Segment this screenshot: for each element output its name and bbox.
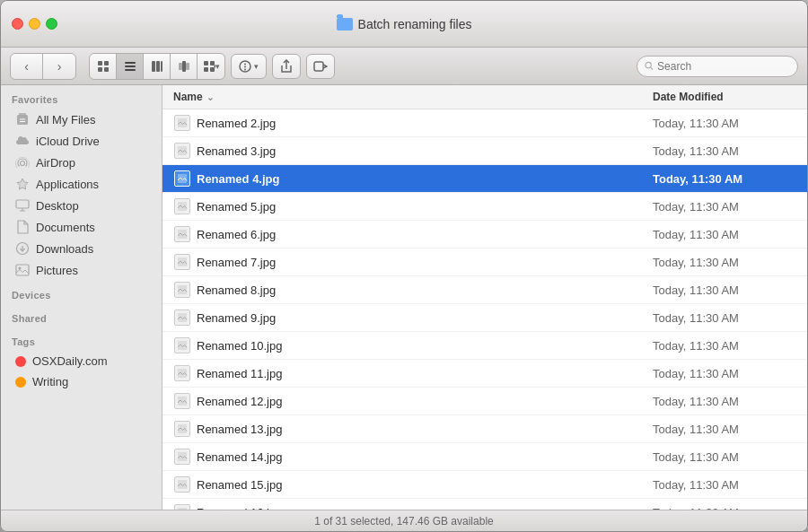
icon-view-button[interactable] xyxy=(90,54,117,79)
sidebar-item-downloads-label: Downloads xyxy=(36,242,93,256)
file-name: Renamed 4.jpg xyxy=(197,172,653,186)
tag-red-dot xyxy=(15,356,26,367)
table-row[interactable]: Renamed 5.jpgToday, 11:30 AM xyxy=(162,193,807,221)
search-input[interactable] xyxy=(657,60,790,73)
file-name: Renamed 13.jpg xyxy=(197,423,653,436)
jpg-thumbnail xyxy=(174,476,190,493)
file-icon xyxy=(173,281,191,299)
sidebar-item-tag-writing[interactable]: Writing xyxy=(4,371,158,392)
file-name: Renamed 3.jpg xyxy=(197,144,653,158)
view-buttons: ▾ xyxy=(89,53,225,80)
svg-point-27 xyxy=(21,161,25,166)
table-row[interactable]: Renamed 13.jpgToday, 11:30 AM xyxy=(162,415,807,443)
file-list-container: Name ⌄ Date Modified Renamed 2.jpgToday,… xyxy=(162,85,807,510)
search-bar[interactable] xyxy=(637,56,798,77)
svg-rect-1 xyxy=(104,61,109,65)
svg-rect-26 xyxy=(19,113,26,117)
status-bar: 1 of 31 selected, 147.46 GB available xyxy=(1,510,807,531)
jpg-thumbnail xyxy=(174,449,190,465)
sidebar-item-downloads[interactable]: Downloads xyxy=(4,238,158,259)
svg-rect-16 xyxy=(210,67,215,72)
svg-rect-6 xyxy=(125,69,136,71)
file-icon xyxy=(173,114,191,132)
status-text: 1 of 31 selected, 147.46 GB available xyxy=(314,515,493,528)
file-icon xyxy=(173,225,191,243)
sidebar-item-documents[interactable]: Documents xyxy=(4,216,158,238)
table-row[interactable]: Renamed 7.jpgToday, 11:30 AM xyxy=(162,249,807,276)
file-icon xyxy=(173,420,191,438)
label-button[interactable] xyxy=(306,54,335,79)
sidebar-item-tag-osxdaily[interactable]: OSXDaily.com xyxy=(4,351,158,371)
column-view-button[interactable] xyxy=(144,54,171,79)
close-button[interactable] xyxy=(12,18,23,30)
table-row[interactable]: Renamed 15.jpgToday, 11:30 AM xyxy=(162,471,807,499)
arrange-view-button[interactable]: ▾ xyxy=(198,54,224,79)
action-button[interactable]: ▾ xyxy=(231,54,267,79)
file-name: Renamed 5.jpg xyxy=(197,200,653,214)
table-row[interactable]: Renamed 8.jpgToday, 11:30 AM xyxy=(162,276,807,304)
sidebar-item-icloud-drive-label: iCloud Drive xyxy=(36,135,100,148)
shared-header: Shared xyxy=(1,304,162,327)
column-name-header[interactable]: Name ⌄ xyxy=(173,91,653,103)
table-row[interactable]: Renamed 16.jpgToday, 11:30 AM xyxy=(162,499,807,510)
file-date: Today, 11:30 AM xyxy=(653,423,796,436)
table-row[interactable]: Renamed 10.jpgToday, 11:30 AM xyxy=(162,332,807,360)
table-row[interactable]: Renamed 3.jpgToday, 11:30 AM xyxy=(162,137,807,165)
sidebar-item-airdrop[interactable]: AirDrop xyxy=(4,152,158,173)
file-date: Today, 11:30 AM xyxy=(653,283,796,297)
table-row[interactable]: Renamed 12.jpgToday, 11:30 AM xyxy=(162,388,807,415)
main-content: Favorites All My Files iCloud Drive AirD… xyxy=(1,85,807,510)
table-row[interactable]: Renamed 6.jpgToday, 11:30 AM xyxy=(162,221,807,249)
favorites-header: Favorites xyxy=(1,85,162,109)
column-date-header: Date Modified xyxy=(653,91,796,103)
svg-rect-13 xyxy=(204,61,208,65)
file-date: Today, 11:30 AM xyxy=(653,395,796,408)
sidebar-item-desktop[interactable]: Desktop xyxy=(4,195,158,216)
file-icon xyxy=(173,448,191,466)
jpg-thumbnail xyxy=(174,170,190,187)
file-date: Today, 11:30 AM xyxy=(653,311,796,325)
minimize-button[interactable] xyxy=(29,18,40,30)
table-row[interactable]: Renamed 9.jpgToday, 11:30 AM xyxy=(162,304,807,332)
applications-icon xyxy=(15,177,30,191)
window-title: Batch renaming files xyxy=(358,17,472,31)
file-icon xyxy=(173,336,191,354)
table-row[interactable]: Renamed 14.jpgToday, 11:30 AM xyxy=(162,443,807,471)
svg-rect-2 xyxy=(98,67,102,72)
coverflow-view-button[interactable] xyxy=(171,54,198,79)
svg-rect-15 xyxy=(204,67,208,72)
sidebar-item-all-my-files[interactable]: All My Files xyxy=(4,109,158,130)
list-view-button[interactable] xyxy=(117,54,144,79)
maximize-button[interactable] xyxy=(46,18,57,30)
table-row[interactable]: Renamed 11.jpgToday, 11:30 AM xyxy=(162,360,807,388)
svg-point-19 xyxy=(244,63,246,65)
pictures-icon xyxy=(15,263,30,277)
jpg-thumbnail xyxy=(174,282,190,298)
desktop-icon xyxy=(15,198,30,213)
forward-button[interactable]: › xyxy=(43,54,75,79)
jpg-thumbnail xyxy=(174,393,190,409)
sidebar-item-icloud-drive[interactable]: iCloud Drive xyxy=(4,130,158,152)
file-date: Today, 11:30 AM xyxy=(653,172,796,186)
file-icon xyxy=(173,197,191,215)
tags-header: Tags xyxy=(1,327,162,351)
share-button[interactable] xyxy=(272,54,301,79)
file-list-header: Name ⌄ Date Modified xyxy=(162,85,807,109)
file-date: Today, 11:30 AM xyxy=(653,478,796,492)
svg-rect-28 xyxy=(16,200,29,208)
file-icon xyxy=(173,364,191,382)
file-icon xyxy=(173,142,191,160)
table-row[interactable]: Renamed 4.jpgToday, 11:30 AM xyxy=(162,165,807,193)
table-row[interactable]: Renamed 2.jpgToday, 11:30 AM xyxy=(162,109,807,137)
sidebar-item-pictures[interactable]: Pictures xyxy=(4,259,158,281)
file-list-scroll[interactable]: Renamed 2.jpgToday, 11:30 AMRenamed 3.jp… xyxy=(162,109,807,510)
back-button[interactable]: ‹ xyxy=(11,54,43,79)
sidebar-item-applications[interactable]: Applications xyxy=(4,173,158,195)
file-name: Renamed 2.jpg xyxy=(197,117,653,130)
file-icon xyxy=(173,253,191,271)
svg-rect-3 xyxy=(104,67,109,72)
traffic-lights xyxy=(12,18,57,30)
file-icon xyxy=(173,170,191,188)
svg-line-24 xyxy=(651,67,653,69)
file-icon xyxy=(173,309,191,327)
